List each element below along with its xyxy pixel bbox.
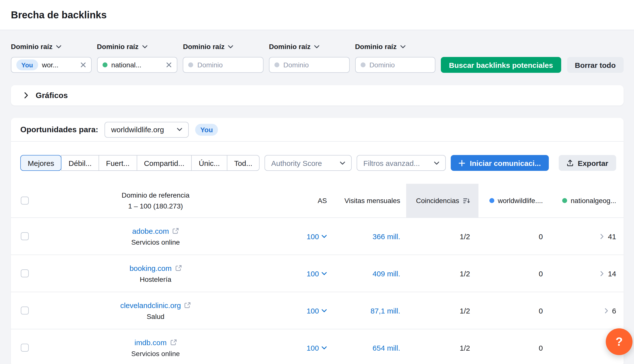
external-link-icon[interactable] bbox=[172, 228, 179, 234]
matches-value: 1/2 bbox=[460, 232, 470, 240]
as-cell: 100 bbox=[278, 329, 332, 364]
header-visits-label: Visitas mensuales bbox=[344, 196, 400, 204]
filter-label: Dominio raíz bbox=[97, 42, 138, 50]
you-count-cell: 0 bbox=[478, 292, 543, 329]
close-icon[interactable] bbox=[166, 62, 172, 68]
close-icon[interactable] bbox=[80, 62, 86, 68]
domain-cell: imdb.com Servicios online bbox=[34, 329, 278, 364]
domain-input-empty[interactable]: Dominio bbox=[355, 57, 436, 73]
domain-cell: clevelandclinic.org Salud bbox=[34, 292, 278, 329]
select-all-checkbox[interactable] bbox=[21, 196, 29, 204]
domain-placeholder: Dominio bbox=[283, 61, 309, 69]
start-outreach-button[interactable]: Iniciar comunicaci... bbox=[451, 155, 549, 171]
domain-placeholder: Dominio bbox=[369, 61, 395, 69]
tab-debiles[interactable]: Débil... bbox=[61, 155, 99, 171]
advanced-filters-label: Filtros avanzad... bbox=[363, 159, 420, 167]
visits-link[interactable]: 654 mill. bbox=[372, 344, 400, 352]
results-range: 1 – 100 (180.273) bbox=[128, 202, 183, 210]
table-row: clevelandclinic.org Salud 100 87,1 mill.… bbox=[11, 292, 624, 329]
filter-actions: Buscar backlinks potenciales Borrar todo bbox=[441, 57, 624, 73]
as-value-dropdown[interactable]: 100 bbox=[306, 306, 327, 315]
page-title: Brecha de backlinks bbox=[11, 9, 107, 20]
row-checkbox[interactable] bbox=[21, 344, 29, 352]
domain-text: imdb.com bbox=[134, 338, 167, 346]
you-column-label: worldwildlife.... bbox=[498, 196, 543, 204]
domain-category: Servicios online bbox=[131, 238, 180, 246]
external-link-icon[interactable] bbox=[170, 339, 176, 346]
domain-link[interactable]: clevelandclinic.org bbox=[120, 301, 191, 309]
search-backlinks-button[interactable]: Buscar backlinks potenciales bbox=[441, 57, 561, 73]
authority-score-dropdown[interactable]: Authority Score bbox=[265, 155, 352, 171]
root-domain-dropdown[interactable]: Dominio raíz bbox=[269, 42, 350, 50]
filters-row: Dominio raíz You wor... Dominio raíz nat… bbox=[11, 42, 624, 73]
chevron-right-icon bbox=[24, 92, 28, 98]
row-checkbox-cell bbox=[11, 218, 34, 254]
competitor-dot-icon bbox=[562, 198, 567, 203]
chevron-down-icon bbox=[322, 346, 327, 350]
opportunities-label: Oportunidades para: bbox=[20, 125, 98, 134]
matches-value: 1/2 bbox=[460, 306, 470, 315]
domain-filters: Dominio raíz You wor... Dominio raíz nat… bbox=[0, 30, 634, 73]
tab-fuertes[interactable]: Fuert... bbox=[98, 155, 137, 171]
header-as[interactable]: AS bbox=[278, 184, 332, 218]
export-button[interactable]: Exportar bbox=[559, 155, 616, 171]
filter-column-4: Dominio raíz Dominio bbox=[269, 42, 350, 73]
row-checkbox[interactable] bbox=[21, 306, 29, 314]
external-link-icon[interactable] bbox=[184, 302, 191, 308]
competitor-count-cell[interactable]: 14 bbox=[543, 255, 616, 292]
domain-input-you[interactable]: You wor... bbox=[11, 57, 92, 73]
competitor-count-cell[interactable]: 6 bbox=[543, 292, 616, 329]
as-value-dropdown[interactable]: 100 bbox=[306, 232, 327, 240]
you-count: 0 bbox=[539, 344, 543, 352]
domain-input-empty[interactable]: Dominio bbox=[269, 57, 350, 73]
clear-all-button[interactable]: Borrar todo bbox=[567, 57, 624, 73]
advanced-filters-dropdown[interactable]: Filtros avanzad... bbox=[357, 155, 446, 171]
as-value-dropdown[interactable]: 100 bbox=[306, 344, 327, 352]
competitor-column-cell: nationalgeog... bbox=[562, 196, 616, 204]
domain-input-competitor[interactable]: national... bbox=[97, 57, 177, 73]
header-matches[interactable]: Coincidencias bbox=[406, 184, 478, 218]
competitor-count-cell[interactable] bbox=[543, 329, 616, 364]
help-button[interactable]: ? bbox=[606, 328, 632, 355]
header-domain: Dominio de referencia 1 – 100 (180.273) bbox=[34, 184, 278, 218]
root-domain-dropdown[interactable]: Dominio raíz bbox=[183, 42, 264, 50]
domain-text: adobe.com bbox=[132, 226, 169, 235]
target-domain-select[interactable]: worldwildlife.org bbox=[105, 122, 189, 138]
competitor-count: 41 bbox=[608, 232, 616, 240]
you-count-cell: 0 bbox=[478, 329, 543, 364]
domain-input-empty[interactable]: Dominio bbox=[183, 57, 264, 73]
tab-unicos[interactable]: Únic... bbox=[192, 155, 227, 171]
authority-score-label: Authority Score bbox=[271, 159, 322, 167]
visits-link[interactable]: 409 mill. bbox=[372, 269, 400, 278]
you-badge: You bbox=[196, 124, 218, 136]
tab-mejores[interactable]: Mejores bbox=[20, 155, 62, 171]
domain-category: Hostelería bbox=[140, 275, 172, 283]
backlink-gap-page: Brecha de backlinks Dominio raíz You wor… bbox=[0, 0, 634, 364]
domain-text: clevelandclinic.org bbox=[120, 301, 181, 309]
row-checkbox[interactable] bbox=[21, 232, 29, 240]
visits-link[interactable]: 87,1 mill. bbox=[370, 306, 400, 315]
domain-text: booking.com bbox=[130, 264, 172, 272]
as-value: 100 bbox=[306, 269, 319, 278]
visits-cell: 409 mill. bbox=[332, 255, 406, 292]
root-domain-dropdown[interactable]: Dominio raíz bbox=[97, 42, 177, 50]
domain-link[interactable]: adobe.com bbox=[132, 226, 179, 235]
header-visits[interactable]: Visitas mensuales bbox=[332, 184, 406, 218]
chevron-right-icon bbox=[600, 271, 604, 276]
you-count: 0 bbox=[539, 306, 543, 315]
charts-section[interactable]: Gráficos bbox=[11, 85, 624, 106]
root-domain-dropdown[interactable]: Dominio raíz bbox=[11, 42, 92, 50]
domain-link[interactable]: booking.com bbox=[130, 264, 182, 272]
visits-link[interactable]: 366 mill. bbox=[372, 232, 400, 240]
domain-link[interactable]: imdb.com bbox=[134, 338, 176, 346]
row-checkbox[interactable] bbox=[21, 270, 29, 277]
table-row: adobe.com Servicios online 100 366 mill.… bbox=[11, 218, 624, 254]
domain-cell: adobe.com Servicios online bbox=[34, 218, 278, 254]
root-domain-dropdown[interactable]: Dominio raíz bbox=[355, 42, 436, 50]
tab-todos[interactable]: Tod... bbox=[227, 155, 260, 171]
tab-compartidos[interactable]: Compartid... bbox=[136, 155, 192, 171]
competitor-count-cell[interactable]: 41 bbox=[543, 218, 616, 254]
as-value-dropdown[interactable]: 100 bbox=[306, 269, 327, 278]
external-link-icon[interactable] bbox=[175, 265, 182, 271]
domain-cell: booking.com Hostelería bbox=[34, 255, 278, 292]
